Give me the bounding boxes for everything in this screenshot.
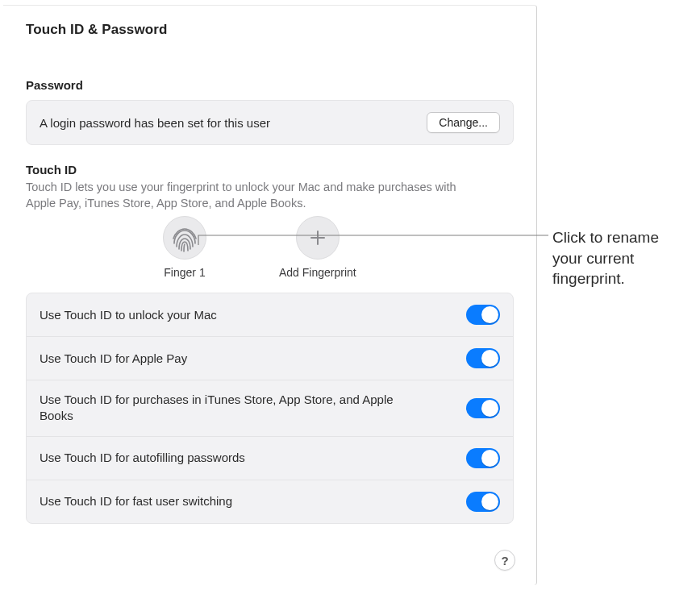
option-unlock-mac: Use Touch ID to unlock your Mac xyxy=(27,293,513,336)
callout-line xyxy=(198,235,553,245)
toggle-fast-user-switching[interactable] xyxy=(466,492,500,512)
page-title: Touch ID & Password xyxy=(26,22,514,38)
callout-text: Click to rename your current fingerprint… xyxy=(552,227,690,289)
touchid-options-card: Use Touch ID to unlock your Mac Use Touc… xyxy=(26,293,514,524)
touchid-heading: Touch ID xyxy=(26,163,514,177)
toggle-purchases[interactable] xyxy=(466,398,500,418)
password-card: A login password has been set for this u… xyxy=(26,100,514,145)
option-label: Use Touch ID for autofilling passwords xyxy=(40,450,245,466)
toggle-unlock-mac[interactable] xyxy=(466,305,500,325)
change-password-button[interactable]: Change... xyxy=(427,112,500,133)
add-fingerprint-label: Add Fingerprint xyxy=(279,266,356,279)
toggle-autofill[interactable] xyxy=(466,448,500,468)
option-label: Use Touch ID to unlock your Mac xyxy=(40,307,217,323)
fingerprints-row: Finger 1 Add Fingerprint xyxy=(26,216,514,293)
settings-pane: Touch ID & Password Password A login pas… xyxy=(3,5,537,585)
touchid-description: Touch ID lets you use your fingerprint t… xyxy=(26,180,477,211)
option-purchases: Use Touch ID for purchases in iTunes Sto… xyxy=(27,380,513,436)
option-label: Use Touch ID for Apple Pay xyxy=(40,351,187,367)
option-apple-pay: Use Touch ID for Apple Pay xyxy=(27,336,513,380)
add-fingerprint-button[interactable]: Add Fingerprint xyxy=(279,216,356,279)
toggle-apple-pay[interactable] xyxy=(466,348,500,368)
option-fast-user-switching: Use Touch ID for fast user switching xyxy=(27,480,513,523)
fingerprint-label: Finger 1 xyxy=(164,266,205,279)
help-button[interactable]: ? xyxy=(494,550,515,571)
option-label: Use Touch ID for fast user switching xyxy=(40,493,232,509)
option-autofill: Use Touch ID for autofilling passwords xyxy=(27,436,513,480)
fingerprint-item-1[interactable]: Finger 1 xyxy=(163,216,206,279)
option-label: Use Touch ID for purchases in iTunes Sto… xyxy=(40,392,410,425)
password-heading: Password xyxy=(26,78,514,92)
password-status: A login password has been set for this u… xyxy=(40,116,270,130)
